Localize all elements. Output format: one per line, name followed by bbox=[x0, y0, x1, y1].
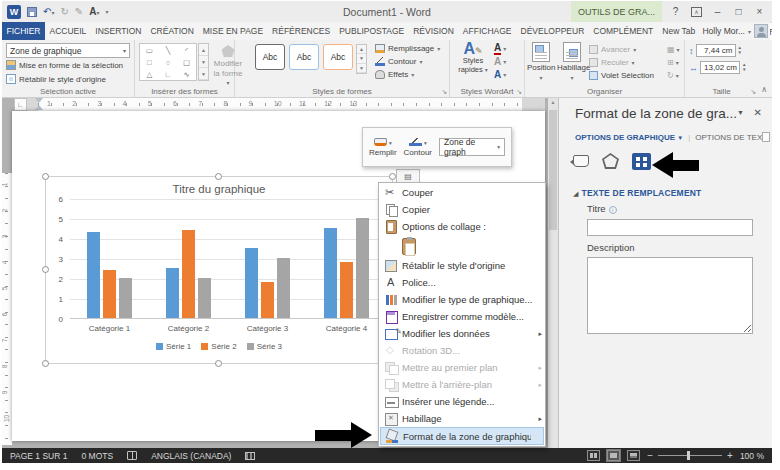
menu-item-modifier-le-type-de-graphique[interactable]: Modifier le type de graphique... bbox=[380, 291, 544, 308]
oval-shape-icon[interactable]: ○ bbox=[159, 56, 178, 68]
shape-style-swatch[interactable]: Abc bbox=[289, 44, 319, 70]
font-style-icon[interactable]: A▾ bbox=[89, 7, 99, 17]
menu-item-options-de-collage[interactable]: Options de collage : bbox=[380, 218, 544, 235]
layout-properties-icon[interactable] bbox=[632, 153, 651, 170]
line-shape-icon[interactable]: ╲ bbox=[159, 44, 178, 56]
undo-icon[interactable]: ↶▾ bbox=[43, 7, 54, 17]
rect-shape-icon[interactable]: □ bbox=[140, 56, 159, 68]
group-button[interactable]: ⊞▾ bbox=[667, 56, 680, 69]
dialog-launcher-icon[interactable]: ↘ bbox=[750, 88, 756, 96]
dialog-launcher-icon[interactable]: ↘ bbox=[441, 88, 447, 96]
menu-item-copier[interactable]: Copier bbox=[380, 201, 544, 218]
menu-item-rétablir-le-style-d-origine[interactable]: Rétablir le style d'origine bbox=[380, 257, 544, 274]
zoom-in-icon[interactable]: + bbox=[727, 450, 733, 461]
scribble-shape-icon[interactable]: ∿ bbox=[177, 68, 196, 80]
macro-record-icon[interactable] bbox=[245, 452, 255, 460]
wrap-text-button[interactable]: Habillage▾ bbox=[557, 42, 587, 82]
menu-item-enregistrer-comme-modèle[interactable]: Enregistrer comme modèle... bbox=[380, 308, 544, 325]
alt-title-input[interactable] bbox=[587, 219, 753, 236]
word-logo-icon[interactable]: W bbox=[7, 5, 21, 19]
print-layout-icon[interactable] bbox=[607, 450, 620, 461]
close-button[interactable]: × bbox=[749, 1, 770, 22]
menu-item-rotation-3d[interactable]: Rotation 3D... bbox=[380, 342, 544, 359]
zo om-slider[interactable] bbox=[658, 455, 722, 456]
tab-développeur[interactable]: DÉVELOPPEUR bbox=[516, 22, 589, 40]
rotate-button[interactable]: ↻▾ bbox=[667, 69, 680, 82]
text-outline-button[interactable]: A▾ bbox=[494, 55, 506, 68]
chart-object[interactable]: Titre du graphique 0123456 Catégorie 1Ca… bbox=[45, 176, 393, 364]
text-effects-button[interactable]: A▾ bbox=[494, 68, 506, 81]
menu-item-mettre-au-premier-plan[interactable]: Mettre au premier plan▸ bbox=[380, 359, 544, 376]
v-ruler[interactable]: 12345678910 bbox=[2, 111, 12, 448]
alt-text-section-header[interactable]: ◢TEXTE DE REMPLACEMENT bbox=[573, 188, 702, 198]
customize-qat-icon[interactable]: ▾ bbox=[105, 8, 108, 15]
ribbon-display-options-button[interactable]: ∧ bbox=[686, 1, 707, 22]
word-count[interactable]: 0 MOTS bbox=[81, 451, 113, 461]
chart-element-selector[interactable]: Zone de graphique▾ bbox=[6, 43, 130, 58]
height-spinner[interactable]: ↕ 7,44 cm ▲▼ bbox=[689, 44, 742, 57]
account-user[interactable]: Holly Mor... ▾ bbox=[700, 22, 770, 40]
menu-item-modifier-les-données[interactable]: Modifier les données▸ bbox=[380, 325, 544, 342]
effects-pentagon-icon[interactable] bbox=[602, 153, 619, 169]
save-icon[interactable] bbox=[27, 7, 37, 17]
send-backward-button[interactable]: Reculer▾ bbox=[589, 56, 654, 69]
bring-forward-button[interactable]: Avancer▾ bbox=[589, 43, 654, 56]
menu-item-police[interactable]: Police... bbox=[380, 274, 544, 291]
zoom-slider-thumb[interactable] bbox=[687, 451, 690, 460]
proofing-icon[interactable] bbox=[127, 451, 137, 460]
menu-item-habillage[interactable]: Habillage▸ bbox=[380, 410, 544, 427]
read-mode-icon[interactable] bbox=[587, 450, 600, 461]
tab-text-options[interactable]: OPTIONS DE TEX bbox=[695, 133, 762, 142]
language-indicator[interactable]: ANGLAIS (CANADA) bbox=[151, 451, 231, 461]
menu-item-insérer-une-légende[interactable]: Insérer une légende... bbox=[380, 393, 544, 410]
tab-chart-options[interactable]: OPTIONS DE GRAPHIQUE ▼ bbox=[575, 133, 683, 142]
shape-gallery-scroll[interactable]: ▲▼▼ bbox=[198, 43, 209, 81]
tab-création[interactable]: CRÉATION bbox=[146, 22, 198, 40]
shape-fill-button[interactable]: Remplissage▾ bbox=[375, 42, 440, 55]
textbox-shape-icon[interactable]: ▭ bbox=[140, 44, 159, 56]
quick-styles-button[interactable]: A✎ Styles rapides ▾ bbox=[456, 41, 490, 74]
tab-fichier[interactable]: FICHIER bbox=[2, 22, 45, 40]
collapse-ribbon-icon[interactable]: ∧ bbox=[761, 85, 767, 94]
hanging-indent-marker[interactable] bbox=[35, 105, 43, 110]
redo-icon[interactable]: ↻ bbox=[60, 7, 68, 17]
tab-révision[interactable]: RÉVISION bbox=[409, 22, 459, 40]
text-fill-button[interactable]: A▾ bbox=[494, 42, 506, 55]
position-button[interactable]: Position▾ bbox=[527, 42, 555, 82]
arc-shape-icon[interactable]: ◜ bbox=[177, 44, 196, 56]
menu-item-format-de-la-zone-de-graphique[interactable]: Format de la zone de graphique... bbox=[380, 427, 544, 445]
elbow-shape-icon[interactable]: ∟ bbox=[159, 68, 178, 80]
reset-style-button[interactable]: Rétablir le style d'origine bbox=[6, 74, 106, 84]
dialog-launcher-icon[interactable]: ↘ bbox=[516, 88, 522, 96]
format-selection-button[interactable]: Mise en forme de la sélection bbox=[6, 60, 123, 70]
help-button[interactable]: ? bbox=[665, 1, 686, 22]
resize-handle[interactable] bbox=[389, 173, 396, 180]
scroll-up-icon[interactable]: ▲ bbox=[548, 99, 558, 105]
tab-complément[interactable]: COMPLÉMENT bbox=[589, 22, 658, 40]
rrect-shape-icon[interactable]: ▢ bbox=[177, 56, 196, 68]
alt-description-input[interactable] bbox=[587, 257, 753, 334]
h-ruler[interactable]: 12345678910111213 bbox=[2, 98, 558, 111]
resize-handle[interactable] bbox=[42, 360, 49, 367]
fill-bucket-icon[interactable] bbox=[573, 155, 589, 167]
tab-références[interactable]: RÉFÉRENCES bbox=[268, 22, 335, 40]
resize-handle[interactable] bbox=[42, 266, 49, 273]
tab-selector[interactable]: ∟ bbox=[14, 98, 27, 111]
shape-effects-button[interactable]: Effets▾ bbox=[375, 68, 440, 81]
selection-pane-button[interactable]: Volet Sélection bbox=[589, 69, 654, 82]
zoom-out-icon[interactable]: − bbox=[647, 450, 653, 461]
pane-menu-icon[interactable]: ▼ bbox=[737, 109, 744, 116]
web-layout-icon[interactable] bbox=[627, 450, 640, 461]
tab-affichage[interactable]: AFFICHAGE bbox=[458, 22, 516, 40]
tab-mise-en-page[interactable]: MISE EN PAGE bbox=[198, 22, 267, 40]
zoom-level[interactable]: 100 % bbox=[740, 451, 764, 461]
outline-button[interactable]: ▾ Contour bbox=[404, 138, 432, 157]
minimize-button[interactable]: – bbox=[707, 1, 728, 22]
shape-outline-button[interactable]: Contour▾ bbox=[375, 55, 440, 68]
width-spinner[interactable]: ↔ 13,02 cm ▲▼ bbox=[689, 61, 746, 74]
shape-style-swatch[interactable]: Abc bbox=[255, 44, 285, 70]
vertical-scrollbar[interactable]: ▲ bbox=[548, 98, 558, 448]
resize-handle[interactable] bbox=[42, 173, 49, 180]
pane-close-icon[interactable]: ✕ bbox=[754, 107, 762, 118]
scrollbar-thumb[interactable] bbox=[549, 110, 557, 230]
